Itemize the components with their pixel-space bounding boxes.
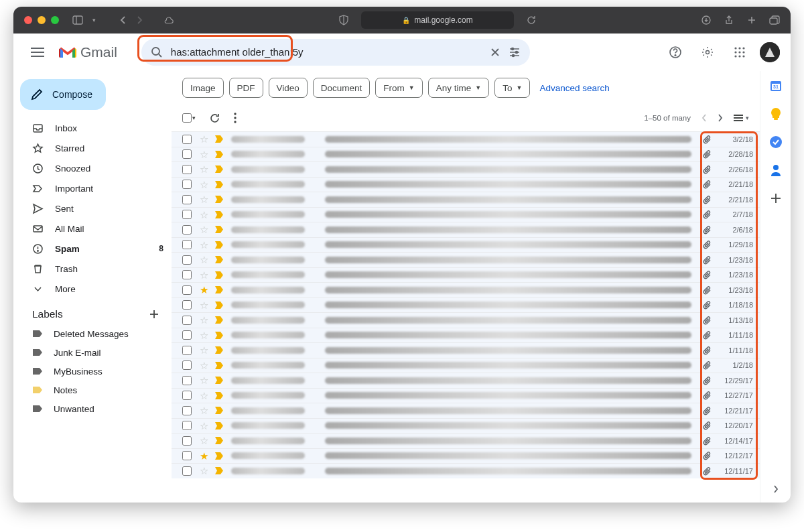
row-checkbox[interactable]: [182, 165, 192, 174]
important-marker-icon[interactable]: [215, 271, 224, 279]
email-row[interactable]: ☆ 12/20/17: [172, 418, 760, 434]
email-row[interactable]: ☆ 2/7/18: [172, 207, 760, 222]
reload-icon[interactable]: [526, 15, 537, 25]
star-icon[interactable]: ☆: [200, 300, 208, 310]
email-row[interactable]: ☆ 1/18/18: [172, 297, 760, 313]
nav-item-trash[interactable]: Trash: [17, 259, 172, 279]
row-checkbox[interactable]: [182, 240, 192, 249]
important-marker-icon[interactable]: [215, 165, 224, 173]
star-icon[interactable]: ☆: [200, 240, 208, 250]
important-marker-icon[interactable]: [215, 407, 224, 414]
star-icon[interactable]: ☆: [200, 391, 208, 401]
shield-icon[interactable]: [338, 15, 349, 25]
important-marker-icon[interactable]: [215, 452, 224, 460]
filter-chip-image[interactable]: Image: [182, 78, 224, 98]
star-icon[interactable]: ☆: [200, 405, 208, 415]
star-icon[interactable]: ☆: [200, 360, 208, 371]
email-row[interactable]: ★ 1/23/18: [172, 282, 760, 297]
email-row[interactable]: ☆ 1/23/18: [172, 252, 760, 267]
row-checkbox[interactable]: [182, 346, 192, 355]
nav-item-snoozed[interactable]: Snoozed: [17, 158, 172, 178]
sidebar-toggle-icon[interactable]: [72, 15, 83, 25]
star-icon[interactable]: ☆: [200, 210, 208, 220]
star-icon[interactable]: ☆: [200, 421, 208, 431]
important-marker-icon[interactable]: [215, 332, 224, 339]
hide-side-panel-button[interactable]: [773, 485, 779, 493]
url-bar[interactable]: 🔒 mail.google.com: [361, 11, 515, 29]
row-checkbox[interactable]: [182, 255, 192, 265]
star-icon[interactable]: ★: [200, 285, 208, 295]
important-marker-icon[interactable]: [215, 377, 224, 384]
add-label-button[interactable]: [149, 309, 159, 320]
important-marker-icon[interactable]: [215, 226, 224, 233]
row-checkbox[interactable]: [182, 406, 192, 415]
gmail-logo[interactable]: Gmail: [59, 44, 117, 60]
row-checkbox[interactable]: [182, 421, 192, 430]
row-checkbox[interactable]: [182, 270, 192, 279]
star-icon[interactable]: ☆: [200, 436, 208, 446]
nav-item-more[interactable]: More: [17, 279, 172, 299]
email-row[interactable]: ☆ 1/13/18: [172, 312, 760, 328]
tabs-icon[interactable]: [769, 15, 780, 25]
label-item-deleted-messages[interactable]: Deleted Messages: [17, 324, 172, 343]
nav-item-all-mail[interactable]: All Mail: [17, 218, 172, 239]
refresh-button[interactable]: [209, 113, 220, 124]
get-addons-icon[interactable]: [769, 192, 783, 205]
compose-button[interactable]: Compose: [20, 79, 106, 110]
next-page-button[interactable]: [718, 114, 723, 122]
important-marker-icon[interactable]: [215, 346, 224, 354]
minimize-window-button[interactable]: [38, 16, 46, 24]
row-checkbox[interactable]: [182, 376, 192, 385]
row-checkbox[interactable]: [182, 285, 192, 295]
star-icon[interactable]: ☆: [200, 375, 208, 385]
advanced-search-link[interactable]: Advanced search: [539, 83, 609, 93]
email-row[interactable]: ☆ 3/2/18: [172, 131, 760, 147]
row-checkbox[interactable]: [182, 360, 192, 370]
label-item-mybusiness[interactable]: MyBusiness: [17, 362, 172, 381]
filter-chip-pdf[interactable]: PDF: [229, 78, 263, 98]
tasks-addon-icon[interactable]: [769, 135, 783, 149]
row-checkbox[interactable]: [182, 135, 192, 144]
email-row[interactable]: ☆ 2/21/18: [172, 177, 760, 192]
apps-icon[interactable]: [728, 40, 752, 64]
new-tab-icon[interactable]: [746, 15, 757, 25]
row-checkbox[interactable]: [182, 316, 192, 325]
nav-item-inbox[interactable]: Inbox: [17, 118, 172, 138]
email-row[interactable]: ☆ 1/23/18: [172, 267, 760, 283]
email-row[interactable]: ☆ 1/11/18: [172, 328, 760, 343]
row-checkbox[interactable]: [182, 300, 192, 310]
nav-item-spam[interactable]: Spam 8: [17, 239, 172, 259]
important-marker-icon[interactable]: [215, 316, 224, 324]
email-row[interactable]: ☆ 1/29/18: [172, 237, 760, 253]
search-icon[interactable]: [151, 46, 163, 58]
share-icon[interactable]: [724, 15, 734, 25]
email-row[interactable]: ☆ 12/27/17: [172, 388, 760, 403]
search-options-icon[interactable]: [509, 47, 521, 58]
important-marker-icon[interactable]: [215, 302, 224, 309]
important-marker-icon[interactable]: [215, 467, 224, 474]
star-icon[interactable]: ☆: [200, 134, 208, 144]
important-marker-icon[interactable]: [215, 196, 224, 203]
chevron-down-icon[interactable]: ▾: [88, 15, 99, 25]
download-icon[interactable]: [701, 15, 712, 25]
forward-button[interactable]: [134, 15, 145, 25]
email-row[interactable]: ★ 12/12/17: [172, 448, 760, 464]
important-marker-icon[interactable]: [215, 241, 224, 249]
select-all-caret-icon[interactable]: ▾: [192, 115, 196, 121]
email-row[interactable]: ☆ 1/2/18: [172, 358, 760, 373]
email-row[interactable]: ☆ 1/11/18: [172, 342, 760, 358]
close-window-button[interactable]: [24, 16, 32, 24]
menu-button[interactable]: [24, 39, 51, 66]
clear-search-icon[interactable]: [490, 47, 500, 58]
important-marker-icon[interactable]: [215, 181, 224, 188]
important-marker-icon[interactable]: [215, 211, 224, 218]
row-checkbox[interactable]: [182, 330, 192, 340]
star-icon[interactable]: ☆: [200, 194, 208, 204]
label-item-notes[interactable]: Notes: [17, 381, 172, 399]
star-icon[interactable]: ☆: [200, 255, 208, 265]
row-checkbox[interactable]: [182, 451, 192, 460]
calendar-addon-icon[interactable]: 31: [769, 79, 783, 92]
contacts-addon-icon[interactable]: [769, 163, 783, 177]
input-tools-button[interactable]: ▾: [734, 115, 749, 121]
support-icon[interactable]: [663, 40, 687, 64]
